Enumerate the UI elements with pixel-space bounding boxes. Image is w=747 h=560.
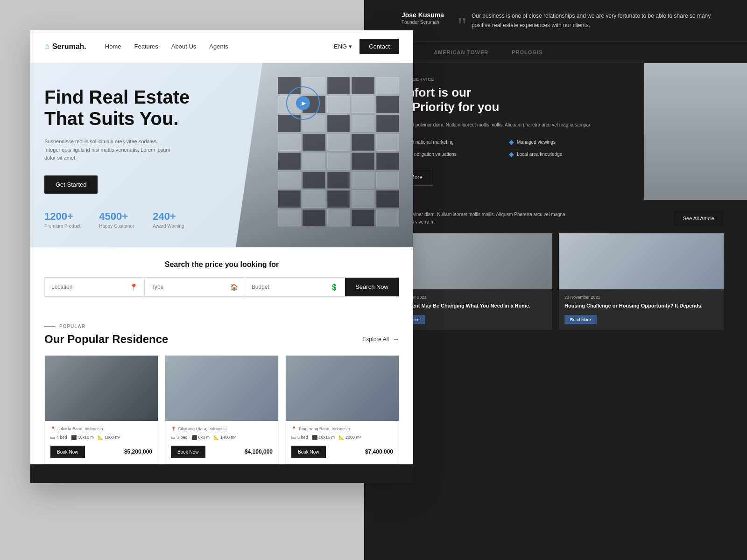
card-dark-strip <box>30 464 413 483</box>
property-cards: 📍 Jakarta Barat, Indonesia 🛏 4 bed ⬛ 10x… <box>44 355 399 464</box>
search-section: Search the price you looking for 📍 🏠 💲 S… <box>30 247 413 310</box>
search-button[interactable]: Search Now <box>345 278 399 296</box>
size-icon-3: 📐 <box>338 435 344 440</box>
nav-home[interactable]: Home <box>105 43 121 50</box>
hero-subtitle: Suspendisse mollis sollicitudin ores vit… <box>44 138 175 162</box>
book-button-1[interactable]: Book Now <box>50 446 85 458</box>
get-started-button[interactable]: Get Started <box>44 175 98 194</box>
spec-area-2: ⬛ 6x8 m <box>191 435 210 440</box>
service-title: Comfort is our Top Priority for you <box>388 85 626 114</box>
area-icon-1: ⬛ <box>71 435 77 440</box>
card-price-3: $7,400,000 <box>365 448 393 455</box>
testimonial-quote: " Our business is one of close relations… <box>472 11 724 30</box>
play-icon: ▶ <box>302 100 306 106</box>
service-features: ◆ Premium national marketing ◆ Managed v… <box>388 138 626 158</box>
card-info-2: 📍 Cikarang Utara, Indonesia 🛏 3 bed ⬛ 6x… <box>165 421 278 464</box>
bed-icon-3: 🛏 <box>291 435 296 440</box>
spec-size-1: 📐 1800 m² <box>98 435 120 440</box>
hero-building-image <box>236 63 413 247</box>
card-location-3: 📍 Tangerang Barat, Indonesia <box>291 427 393 431</box>
right-panel: Jose Kusuma Founder Serumah " Our busine… <box>364 0 747 341</box>
book-button-3[interactable]: Book Now <box>291 446 326 458</box>
articles-desc: rnus sed pulvinar diam. Nullam laoreet m… <box>388 211 574 226</box>
person-name: Jose Kusuma <box>402 11 458 19</box>
popular-section: POPULAR Our Popular Residence Explore Al… <box>30 310 413 464</box>
book-button-2[interactable]: Book Now <box>171 446 205 458</box>
property-image-1 <box>45 356 158 421</box>
popular-title: Our Popular Residence <box>44 333 168 346</box>
service-tag: OUR SERVICE <box>388 77 626 82</box>
card-price-2: $4,100,000 <box>245 448 273 455</box>
budget-input[interactable] <box>252 284 326 290</box>
tag-line <box>44 326 56 327</box>
logo: ⌂ Serumah. <box>44 42 86 51</box>
testimonial-section: Jose Kusuma Founder Serumah " Our busine… <box>364 0 747 42</box>
property-card-1: 📍 Jakarta Barat, Indonesia 🛏 4 bed ⬛ 10x… <box>44 355 158 464</box>
partner-american-tower: AMERICAN TOWER <box>434 49 488 55</box>
read-more-button-2[interactable]: Read More <box>564 315 597 324</box>
stat-awards: 240+ Award Winning <box>153 210 184 229</box>
spec-area-3: ⬛ 10x15 m <box>312 435 335 440</box>
article-title-1: Retirement May Be Changing What You Need… <box>393 302 547 309</box>
feature-4: ◆ Local area knowledge <box>509 150 626 158</box>
nav-features[interactable]: Features <box>134 43 158 50</box>
card-info-1: 📍 Jakarta Barat, Indonesia 🛏 4 bed ⬛ 10x… <box>45 421 158 464</box>
card-location-2: 📍 Cikarang Utara, Indonesia <box>171 427 273 431</box>
website-preview-card: ⌂ Serumah. Home Features About Us Agents… <box>30 30 413 483</box>
spec-bed-1: 🛏 4 bed <box>50 435 67 440</box>
video-badge[interactable]: ▶ <box>286 86 320 120</box>
section-tag: POPULAR <box>44 324 399 329</box>
person-info: Jose Kusuma Founder Serumah <box>402 11 458 25</box>
property-card-3: 📍 Tangerang Barat, Indonesia 🛏 5 bed ⬛ 1… <box>285 355 399 464</box>
card-footer-3: Book Now $7,400,000 <box>291 446 393 458</box>
section-header: Our Popular Residence Explore All → <box>44 333 399 346</box>
property-card-2: 📍 Cikarang Utara, Indonesia 🛏 3 bed ⬛ 6x… <box>165 355 279 464</box>
service-building-visual <box>644 63 747 200</box>
hero-title: Find Real Estate That Suits You. <box>44 86 222 129</box>
language-selector[interactable]: ENG ▾ <box>334 43 352 50</box>
hero-stats: 1200+ Premium Product 4500+ Happy Custom… <box>44 210 222 229</box>
spec-bed-2: 🛏 3 bed <box>171 435 188 440</box>
size-icon-2: 📐 <box>213 435 219 440</box>
card-price-1: $5,200,000 <box>124 448 152 455</box>
see-all-button[interactable]: See All Article <box>674 211 724 226</box>
location-input[interactable] <box>51 284 126 290</box>
partner-logos: REALTY AMERICAN TOWER PROLOGIS <box>364 42 747 63</box>
bed-icon-1: 🛏 <box>50 435 55 440</box>
nav-right: ENG ▾ Contact <box>334 39 399 54</box>
nav-about[interactable]: About Us <box>171 43 196 50</box>
pin-icon-1: 📍 <box>50 427 56 431</box>
card-info-3: 📍 Tangerang Barat, Indonesia 🛏 5 bed ⬛ 1… <box>286 421 399 464</box>
explore-all-link[interactable]: Explore All → <box>362 336 399 343</box>
type-input[interactable] <box>151 284 226 290</box>
play-button-inner: ▶ <box>296 96 310 110</box>
hero-content: Find Real Estate That Suits You. Suspend… <box>44 86 222 229</box>
logo-icon: ⌂ <box>44 42 49 51</box>
dollar-icon: 💲 <box>330 283 338 291</box>
location-field: 📍 <box>45 278 145 296</box>
size-icon-1: 📐 <box>98 435 103 440</box>
search-bar: 📍 🏠 💲 Search Now <box>44 277 399 297</box>
service-desc: Vivamus sed pulvinar diam. Nullam laoree… <box>388 121 626 129</box>
article-image-2 <box>559 233 724 289</box>
contact-button[interactable]: Contact <box>359 39 399 54</box>
type-field: 🏠 <box>145 278 245 296</box>
articles-header: rnus sed pulvinar diam. Nullam laoreet m… <box>388 211 724 226</box>
article-date-1: 2 November 2021 <box>393 295 547 300</box>
pin-icon-3: 📍 <box>291 427 296 431</box>
pin-icon-2: 📍 <box>171 427 176 431</box>
stat-premium: 1200+ Premium Product <box>44 210 80 229</box>
feature-dot-4: ◆ <box>509 150 514 158</box>
article-card-2: 23 November 2021 Housing Challenge or Ho… <box>559 233 724 329</box>
spec-size-3: 📐 2000 m² <box>338 435 361 440</box>
service-building-image <box>644 63 747 200</box>
navbar: ⌂ Serumah. Home Features About Us Agents… <box>30 30 413 63</box>
arrow-right-icon: → <box>393 336 399 343</box>
articles-text: rnus sed pulvinar diam. Nullam laoreet m… <box>388 211 574 226</box>
bed-icon-2: 🛏 <box>171 435 176 440</box>
search-title: Search the price you looking for <box>44 260 399 269</box>
hero-section: Find Real Estate That Suits You. Suspend… <box>30 63 413 247</box>
quote-mark-icon: " <box>458 7 467 45</box>
spec-area-1: ⬛ 10x10 m <box>71 435 94 440</box>
nav-agents[interactable]: Agents <box>209 43 228 50</box>
